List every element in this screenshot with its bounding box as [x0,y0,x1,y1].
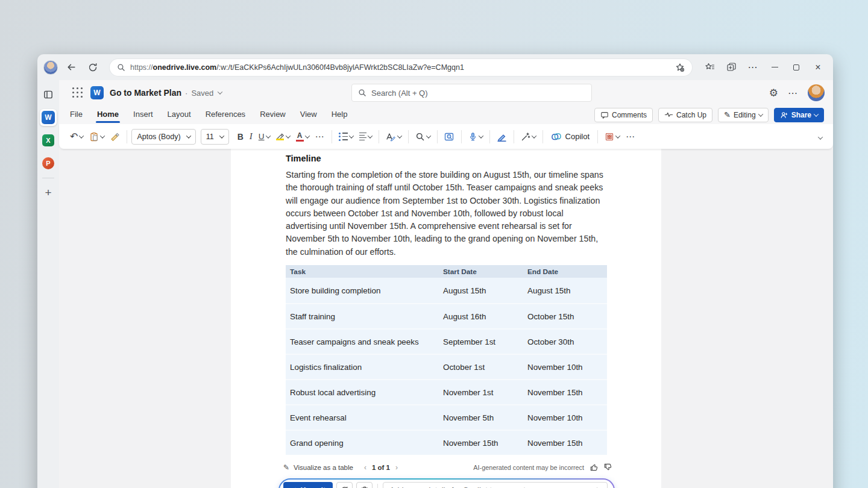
copilot-button[interactable]: Copilot [547,131,593,142]
excel-app-icon: X [42,134,54,146]
comments-button[interactable]: Comments [594,108,653,122]
italic-button[interactable]: I [247,128,255,145]
favorites-icon[interactable] [700,59,719,76]
table-row: Store building completionAugust 15thAugu… [286,278,607,303]
copilot-prompt-input[interactable] [389,486,588,488]
maximize-icon[interactable] [787,59,805,76]
close-icon[interactable]: × [809,59,827,76]
add-favorite-icon[interactable] [675,63,685,72]
menu-file[interactable]: File [70,110,83,120]
more-font-options-button[interactable]: ⋯ [313,128,327,145]
font-size-select[interactable]: 11 [201,129,229,145]
table-row: Staff trainingAugust 16thOctober 15th [286,303,607,328]
table-cell: September 1st [439,337,523,346]
sidebar-item-excel[interactable]: X [40,132,57,149]
font-color-button[interactable]: A [294,128,312,145]
back-icon[interactable] [63,59,80,76]
document-canvas: Timeline Starting from the completion of… [59,149,833,488]
account-avatar[interactable] [808,84,825,101]
search-document-button[interactable] [442,128,457,145]
send-icon[interactable] [591,486,601,488]
table-row: Logistics finalizationOctober 1stNovembe… [286,354,607,379]
comment-icon [600,111,609,119]
find-icon [415,132,425,142]
document-page[interactable]: Timeline Starting from the completion of… [231,149,661,488]
comments-label: Comments [612,111,647,119]
table-cell: Teaser campaigns and sneak peeks [286,337,439,346]
chevron-down-icon [814,111,819,116]
edge-sidebar: W X P + [37,80,59,488]
browser-profile-avatar[interactable] [43,60,58,75]
menu-help[interactable]: Help [332,110,348,120]
find-button[interactable] [413,128,433,145]
search-input[interactable] [371,89,585,98]
previous-result-icon[interactable]: ‹ [364,463,366,472]
share-button[interactable]: Share [774,108,824,122]
underline-button[interactable]: U [256,128,272,145]
document-title[interactable]: Go to Market Plan · Saved [110,88,222,98]
keep-it-button[interactable]: ✓ Keep it [283,482,333,488]
table-cell: August 15th [439,286,523,295]
thumbs-down-icon[interactable] [603,463,612,472]
column-header: Start Date [439,267,523,276]
sidebar-item-powerpoint[interactable]: P [40,155,57,172]
title-separator: · [185,89,187,98]
styles-button[interactable] [383,128,404,145]
menu-home[interactable]: Home [97,110,119,120]
save-status: Saved [191,89,213,98]
address-bar[interactable]: https://onedrive.live.com/:w:/t/EaCKkPs6… [110,59,692,76]
browser-menu-icon[interactable]: ⋯ [744,59,762,76]
table-cell: October 15th [523,312,607,321]
body-paragraph: Starting from the completion of the stor… [286,169,607,258]
format-painter-button[interactable] [108,128,122,145]
search-box[interactable] [351,84,592,102]
ribbon-more-button[interactable]: ⋯ [623,128,638,145]
microphone-icon [468,132,477,142]
highlight-button[interactable] [274,128,292,145]
header-more-icon[interactable]: ⋯ [788,87,798,99]
menu-review[interactable]: Review [260,110,286,120]
search-icon [358,89,366,97]
menu-layout[interactable]: Layout [168,110,191,120]
settings-gear-icon[interactable]: ⚙ [769,87,778,99]
next-result-icon[interactable]: › [395,463,398,472]
undo-button[interactable]: ↶ [68,128,86,145]
dictate-button[interactable] [466,128,485,145]
bold-button[interactable]: B [235,128,246,145]
minimize-icon[interactable] [766,59,784,76]
bullets-button[interactable] [336,128,356,145]
word-logo[interactable]: W [90,86,104,99]
sensitivity-grid-button[interactable] [602,128,622,145]
menu-references[interactable]: References [206,110,245,120]
ribbon-toolbar: ↶ Aptos (Body) 11 B I U [59,124,833,149]
sidebar-item-word[interactable]: W [40,109,57,126]
editor-button[interactable] [494,128,509,145]
font-name-select[interactable]: Aptos (Body) [131,129,195,145]
discard-button[interactable] [356,482,373,488]
editing-mode-button[interactable]: ✎ Editing [718,108,769,122]
visualize-as-table-button[interactable]: ✎ Visualize as a table [283,463,353,472]
menu-insert[interactable]: Insert [133,110,153,120]
menu-view[interactable]: View [300,110,317,120]
word-app: W Go to Market Plan · Saved ⚙ ⋯ [59,80,833,488]
collections-icon[interactable] [722,59,740,76]
collapse-ribbon-icon[interactable] [819,131,826,142]
copilot-prompt-field[interactable] [383,482,608,488]
paste-button[interactable] [87,128,107,145]
pulse-icon [664,111,673,119]
chevron-down-icon [758,111,763,116]
sidebar-divider [42,178,54,178]
auto-rewrite-button[interactable] [518,128,538,145]
bullet-list-icon [339,133,348,141]
alignment-button[interactable] [357,128,374,145]
timeline-table[interactable]: Task Start Date End Date Store building … [286,265,607,455]
refresh-icon[interactable] [84,59,101,76]
thumbs-up-icon[interactable] [590,463,599,472]
app-launcher-icon[interactable] [72,87,83,98]
add-app-icon[interactable]: + [40,184,57,201]
editor-pen-icon [497,132,507,142]
catch-up-button[interactable]: Catch Up [658,108,712,122]
tab-panel-icon[interactable] [40,86,57,103]
word-header: W Go to Market Plan · Saved ⚙ ⋯ [59,80,833,105]
regenerate-button[interactable] [336,482,353,488]
